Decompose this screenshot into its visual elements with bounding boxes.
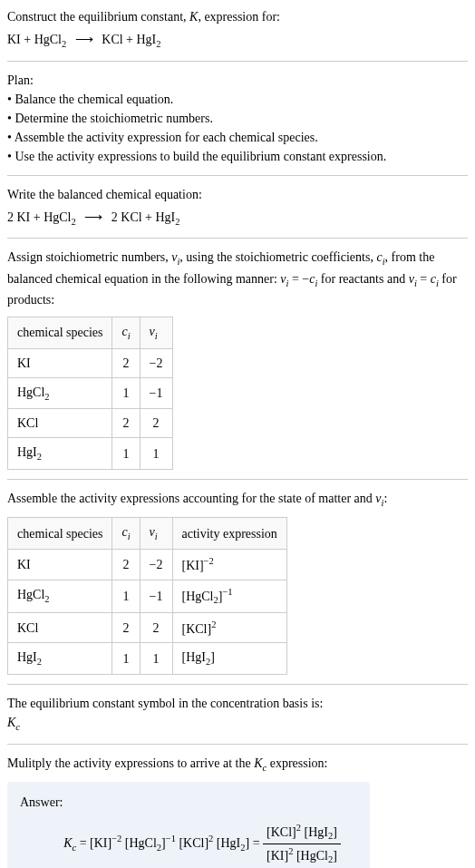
divider	[7, 744, 468, 745]
plan-section: Plan: • Balance the chemical equation. •…	[7, 71, 468, 166]
cell-activity: [HgCl2]−1	[172, 580, 286, 612]
plan-bullet: • Use the activity expressions to build …	[7, 147, 468, 166]
stoich-intro: Assign stoichiometric numbers, νi, using…	[7, 248, 468, 309]
cell-vi: −2	[140, 549, 172, 580]
cell-ci: 1	[112, 438, 140, 470]
col-vi: νi	[140, 317, 172, 349]
cell-ci: 2	[112, 612, 140, 643]
cell-ci: 2	[112, 549, 140, 580]
construct-text: Construct the equilibrium constant, K, e…	[7, 7, 468, 26]
table-row: HgI2 1 1	[8, 438, 173, 470]
table-row: KCl 2 2	[8, 409, 173, 438]
stoich-table: chemical species ci νi KI 2 −2 HgCl2 1 −…	[7, 317, 173, 470]
answer-box: Answer: Kc = [KI]−2 [HgCl2]−1 [KCl]2 [Hg…	[7, 782, 370, 868]
plan-bullet: • Determine the stoichiometric numbers.	[7, 109, 468, 128]
balanced-section: Write the balanced chemical equation: 2 …	[7, 185, 468, 229]
col-ci: ci	[112, 317, 140, 349]
kc-expression: Kc = [KI]−2 [HgCl2]−1 [KCl]2 [HgI2] = [K…	[20, 821, 357, 867]
cell-species: KI	[8, 549, 112, 580]
cell-ci: 2	[112, 409, 140, 438]
col-species: chemical species	[8, 317, 112, 349]
cell-vi: 2	[140, 612, 172, 643]
construct-section: Construct the equilibrium constant, K, e…	[7, 7, 468, 52]
basis-line1: The equilibrium constant symbol in the c…	[7, 694, 468, 713]
multiply-section: Mulitply the activity expressions to arr…	[7, 754, 468, 868]
divider	[7, 684, 468, 685]
activity-table: chemical species ci νi activity expressi…	[7, 517, 287, 675]
table-row: HgCl2 1 −1	[8, 377, 173, 409]
balanced-equation: 2 KI + HgCl2 ⟶ 2 KCl + HgI2	[7, 208, 468, 229]
col-activity: activity expression	[172, 518, 286, 550]
cell-species: KCl	[8, 612, 112, 643]
basis-section: The equilibrium constant symbol in the c…	[7, 694, 468, 735]
cell-vi: −1	[140, 377, 172, 409]
table-row: HgCl2 1 −1 [HgCl2]−1	[8, 580, 287, 612]
table-row: HgI2 1 1 [HgI2]	[8, 643, 287, 675]
divider	[7, 479, 468, 480]
activity-section: Assemble the activity expressions accoun…	[7, 489, 468, 675]
plan-bullet: • Balance the chemical equation.	[7, 90, 468, 109]
fraction-numerator: [KCl]2 [HgI2]	[263, 821, 341, 844]
balanced-title: Write the balanced chemical equation:	[7, 185, 468, 204]
fraction: [KCl]2 [HgI2] [KI]2 [HgCl2]	[263, 821, 341, 867]
answer-label: Answer:	[20, 793, 357, 812]
table-row: KCl 2 2 [KCl]2	[8, 612, 287, 643]
fraction-denominator: [KI]2 [HgCl2]	[263, 844, 341, 867]
cell-vi: 2	[140, 409, 172, 438]
unbalanced-equation: KI + HgCl2 ⟶ KCl + HgI2	[7, 30, 468, 52]
activity-intro: Assemble the activity expressions accoun…	[7, 489, 468, 511]
table-header-row: chemical species ci νi	[8, 317, 173, 349]
cell-activity: [KCl]2	[172, 612, 286, 643]
cell-vi: −2	[140, 348, 172, 377]
table-row: KI 2 −2	[8, 348, 173, 377]
basis-kc: Kc	[7, 713, 468, 735]
plan-title: Plan:	[7, 71, 468, 90]
cell-species: HgI2	[8, 438, 112, 470]
cell-species: HgCl2	[8, 580, 112, 612]
cell-activity: [KI]−2	[172, 549, 286, 580]
cell-vi: −1	[140, 580, 172, 612]
multiply-intro: Mulitply the activity expressions to arr…	[7, 754, 468, 775]
stoich-section: Assign stoichiometric numbers, νi, using…	[7, 248, 468, 470]
cell-vi: 1	[140, 643, 172, 675]
cell-species: KI	[8, 348, 112, 377]
divider	[7, 61, 468, 62]
cell-ci: 1	[112, 580, 140, 612]
col-ci: ci	[112, 518, 140, 550]
cell-vi: 1	[140, 438, 172, 470]
cell-activity: [HgI2]	[172, 643, 286, 675]
divider	[7, 238, 468, 239]
col-species: chemical species	[8, 518, 112, 550]
cell-species: HgCl2	[8, 377, 112, 409]
col-vi: νi	[140, 518, 172, 550]
cell-species: KCl	[8, 409, 112, 438]
cell-species: HgI2	[8, 643, 112, 675]
plan-bullet: • Assemble the activity expression for e…	[7, 128, 468, 147]
cell-ci: 1	[112, 377, 140, 409]
cell-ci: 2	[112, 348, 140, 377]
table-row: KI 2 −2 [KI]−2	[8, 549, 287, 580]
cell-ci: 1	[112, 643, 140, 675]
table-header-row: chemical species ci νi activity expressi…	[8, 518, 287, 550]
divider	[7, 175, 468, 176]
